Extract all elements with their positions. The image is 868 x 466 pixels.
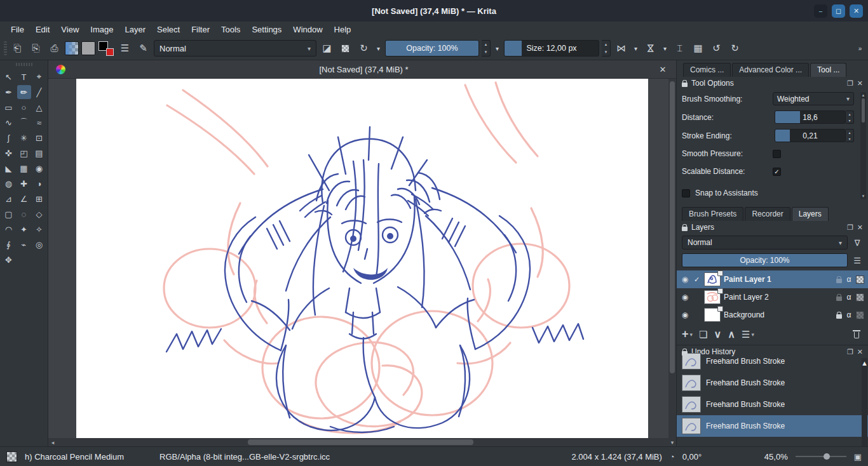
canvas-only-mode-icon[interactable]: ▣ — [854, 452, 862, 462]
snap-button[interactable]: ⌶ — [672, 40, 688, 57]
undo-item-selected[interactable]: Freehand Brush Stroke — [677, 415, 868, 437]
add-layer-button[interactable]: + ▾ — [682, 328, 693, 341]
menu-view[interactable]: View — [55, 23, 85, 36]
menu-window[interactable]: Window — [287, 23, 328, 36]
tool-options-header[interactable]: Tool Options ❐ ✕ — [677, 77, 868, 90]
scroll-down-icon[interactable]: ▾ — [862, 193, 865, 199]
maximize-button[interactable]: ◻ — [832, 4, 845, 18]
brush-smoothing-dropdown[interactable]: Weighted ▾ — [773, 92, 854, 105]
gradient-tool[interactable]: ▤ — [32, 146, 46, 160]
selection-display-icon[interactable] — [6, 451, 17, 462]
polyline-tool[interactable]: ∿ — [2, 116, 16, 130]
calligraphy-tool[interactable]: ✒ — [2, 85, 16, 99]
rectangle-tool[interactable]: ▭ — [2, 100, 16, 114]
minimize-button[interactable]: − — [814, 4, 827, 18]
brush-size-spin-buttons[interactable]: ▴ ▾ — [602, 40, 611, 57]
crop-tool[interactable]: ◰ — [17, 146, 31, 160]
measure-tool[interactable]: ∠ — [17, 192, 31, 206]
text-tool[interactable]: T — [17, 70, 31, 84]
inherit-alpha-icon[interactable] — [856, 293, 864, 302]
ellipse-tool[interactable]: ○ — [17, 100, 31, 114]
bezier-select-tool[interactable]: ∮ — [2, 237, 16, 251]
polygon-tool[interactable]: △ — [32, 100, 46, 114]
brush-preset-button[interactable]: ✎ — [135, 40, 151, 57]
zoom-slider-handle[interactable] — [824, 453, 830, 460]
menu-settings[interactable]: Settings — [246, 23, 287, 36]
layer-lock-icon[interactable] — [836, 314, 842, 319]
undo-item[interactable]: Freehand Brush Stroke — [677, 372, 868, 394]
stroke-ending-slider[interactable]: 0,21 — [775, 129, 846, 142]
menu-edit[interactable]: Edit — [30, 23, 55, 36]
menu-filter[interactable]: Filter — [186, 23, 215, 36]
zoom-slider[interactable] — [796, 451, 846, 462]
mirror-vertical-button[interactable]: ⋈ — [642, 40, 658, 57]
alpha-channel-icon[interactable]: α — [845, 275, 853, 284]
toolbar-grip[interactable] — [4, 41, 7, 55]
layer-row-paint-layer-1[interactable]: ◉ ✓ Paint Layer 1 α — [677, 270, 868, 288]
lock-icon[interactable] — [682, 83, 688, 87]
eraser-mode-button[interactable]: ◪ — [319, 40, 335, 57]
blending-mode-dropdown[interactable]: Normal ▾ — [154, 40, 316, 57]
alpha-channel-icon[interactable]: α — [845, 310, 853, 319]
scroll-up-icon[interactable]: ▴ — [862, 92, 865, 98]
colorize-mask-tool[interactable]: ◑ — [32, 176, 46, 190]
pattern-chooser[interactable] — [81, 41, 95, 55]
transform-tool[interactable]: ⊡ — [32, 131, 46, 145]
polygon-select-tool[interactable]: ◇ — [32, 207, 46, 221]
layer-lock-icon[interactable] — [836, 296, 842, 301]
move-layer-up-button[interactable]: ∧ — [728, 328, 735, 340]
vertical-scrollbar[interactable] — [668, 79, 676, 438]
tool-options-scrollbar[interactable]: ▴ ▾ — [860, 92, 866, 199]
snap-to-assistants-checkbox[interactable] — [682, 189, 690, 197]
scroll-left-icon[interactable]: ◂ — [48, 439, 57, 446]
layer-options-icon[interactable]: ☰ — [851, 256, 863, 265]
layers-header[interactable]: Layers ❐ ✕ — [677, 221, 868, 234]
freehand-path-tool[interactable]: ≈ — [32, 116, 46, 130]
dynamic-brush-tool[interactable]: ∫ — [2, 131, 16, 145]
move-layer-down-button[interactable]: ∨ — [714, 328, 722, 340]
inherit-alpha-icon[interactable] — [856, 311, 864, 319]
layer-row-background[interactable]: ◉ Background α — [677, 306, 868, 324]
select-shapes-tool[interactable]: ↖ — [2, 70, 16, 84]
toolbox-grip[interactable] — [16, 63, 32, 66]
current-brush-name[interactable]: h) Charcoal Pencil Medium — [25, 452, 152, 462]
opacity-slider[interactable]: Opacity: 100% — [385, 40, 479, 57]
rotation-dial-icon[interactable]: ◔ — [670, 452, 675, 462]
menu-tools[interactable]: Tools — [215, 23, 246, 36]
delete-layer-button[interactable] — [851, 330, 862, 340]
reference-images-tool[interactable]: ⊞ — [32, 192, 46, 206]
titlebar[interactable]: [Not Saved] (37,4 MiB) * — Krita − ◻ ✕ — [0, 0, 868, 22]
tab-recorder[interactable]: Recorder — [745, 207, 790, 221]
similar-select-tool[interactable]: ✧ — [32, 222, 46, 236]
new-document-button[interactable]: ⎗ — [10, 40, 25, 57]
close-docker-icon[interactable]: ✕ — [857, 223, 863, 232]
layer-filter-icon[interactable]: ∇ — [851, 238, 863, 248]
color-sampler-tool[interactable]: ◣ — [2, 161, 16, 175]
bezier-curve-tool[interactable]: ⌒ — [17, 116, 31, 130]
inherit-alpha-icon[interactable] — [856, 276, 864, 284]
layer-properties-button[interactable]: ☰ ▾ — [742, 329, 754, 340]
tab-advanced-color[interactable]: Advanced Color ... — [732, 63, 809, 77]
freehand-select-tool[interactable]: ◠ — [2, 222, 16, 236]
duplicate-layer-button[interactable]: ❏ — [699, 329, 707, 340]
scroll-up-icon[interactable]: ▴ — [862, 358, 867, 368]
lock-icon[interactable] — [682, 351, 688, 356]
smooth-pressure-checkbox[interactable] — [773, 150, 781, 158]
stroke-ending-spin-buttons[interactable]: ▴ ▾ — [846, 129, 854, 142]
gradient-chooser[interactable] — [65, 41, 79, 55]
layer-row-paint-layer-2[interactable]: ◉ Paint Layer 2 α — [677, 288, 868, 306]
alpha-lock-button[interactable] — [337, 40, 353, 57]
rect-select-tool[interactable]: ▢ — [2, 207, 16, 221]
alpha-channel-icon[interactable]: α — [845, 293, 853, 302]
canvas[interactable] — [76, 79, 648, 438]
canvas-viewport[interactable] — [48, 79, 676, 438]
toolbar-overflow-button[interactable]: » — [856, 40, 864, 57]
brush-settings-button[interactable]: ☰ — [117, 40, 133, 57]
menu-layer[interactable]: Layer — [119, 23, 151, 36]
open-document-button[interactable]: ⎘ — [28, 40, 44, 57]
visibility-eye-icon[interactable]: ◉ — [681, 310, 689, 319]
smart-patch-tool[interactable]: ✚ — [17, 176, 31, 190]
close-button[interactable]: ✕ — [850, 4, 863, 18]
scalable-distance-checkbox[interactable]: ✓ — [773, 168, 781, 176]
float-docker-icon[interactable]: ❐ — [847, 223, 853, 232]
